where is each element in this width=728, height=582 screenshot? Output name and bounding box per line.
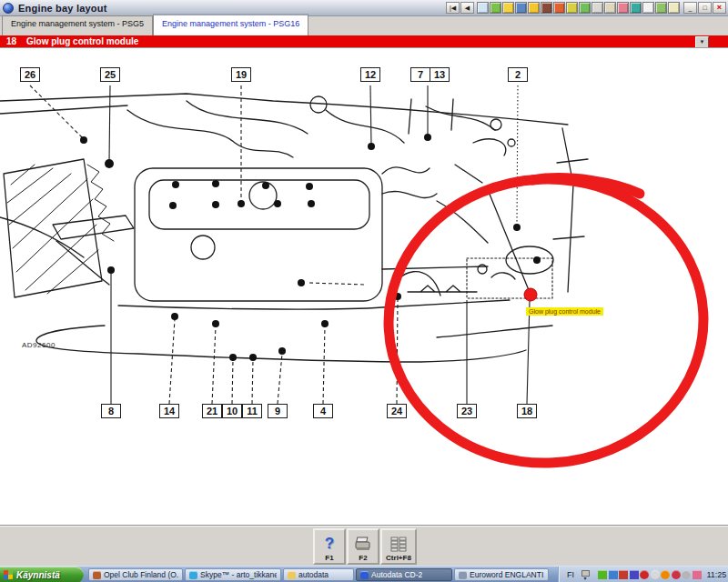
printer-icon — [354, 535, 372, 553]
network-tray-icon[interactable] — [619, 570, 628, 579]
taskbar-item[interactable]: autodata — [283, 568, 354, 581]
engine-bay-diagram: AD92600 Glow plug control module 2625191… — [0, 47, 728, 526]
print-button[interactable]: F2 — [347, 528, 379, 565]
note-tool-icon[interactable] — [668, 2, 680, 14]
index-button[interactable]: Ctrl+F8 — [380, 528, 417, 565]
callout-12: 12 — [360, 67, 380, 82]
print-tool-icon[interactable] — [579, 2, 591, 14]
engine-tool-icon[interactable] — [515, 2, 527, 14]
ie-icon — [93, 571, 101, 579]
callout-leader-lines — [30, 85, 530, 404]
titlebar-controls: |◀◀ _□× — [446, 2, 726, 14]
tools-tool-icon[interactable] — [553, 2, 565, 14]
question-icon: ? — [325, 535, 334, 553]
taskbar-item-label: Autodata CD-2 — [371, 570, 422, 579]
tray-icons — [598, 570, 702, 579]
target-tray-icon[interactable] — [640, 570, 649, 579]
window-title: Engine bay layout — [18, 3, 107, 14]
callout-9: 9 — [268, 404, 288, 418]
text-tool-icon[interactable] — [642, 2, 654, 14]
download-tray-icon[interactable] — [630, 570, 639, 579]
callout-4: 4 — [313, 404, 333, 418]
close-button[interactable]: × — [713, 2, 726, 14]
taskbar-item-label: autodata — [298, 570, 329, 579]
engine-diagram-svg — [0, 48, 728, 527]
doc1-tool-icon[interactable] — [592, 2, 603, 14]
callout-26: 26 — [20, 67, 40, 82]
callout-25: 25 — [100, 67, 120, 82]
start-button[interactable]: Käynnistä — [0, 567, 84, 582]
taskbar-item-label: Euroword ENGLANTI... — [470, 570, 544, 579]
folder-icon — [288, 571, 296, 579]
euroword-icon — [459, 571, 467, 579]
restore-button[interactable]: □ — [698, 2, 712, 14]
screen: { "window": { "title": "Engine bay layou… — [0, 0, 728, 582]
callout-18: 18 — [517, 404, 537, 418]
pink-tool-icon[interactable] — [617, 2, 629, 14]
callout-7: 7 — [410, 67, 430, 82]
nav-first-button[interactable]: |◀ — [446, 2, 460, 14]
skype-icon — [189, 571, 197, 579]
globe-tool-icon[interactable] — [490, 2, 501, 14]
callout-8: 8 — [101, 404, 121, 418]
status-tray-icon[interactable] — [651, 570, 660, 579]
pointer-tool-icon[interactable] — [502, 2, 514, 14]
antivirus-tray-icon[interactable] — [598, 570, 607, 579]
red-annotation-circle — [381, 171, 711, 471]
person-tray-icon[interactable] — [693, 570, 702, 579]
dot-tray-icon[interactable] — [661, 570, 670, 579]
glow-plug-location-dot — [524, 288, 537, 301]
doc2-tool-icon[interactable] — [604, 2, 616, 14]
windows-logo-icon — [4, 570, 13, 580]
car-tool-icon[interactable] — [655, 2, 667, 14]
component-banner: 18 Glow plug control module ▼ — [0, 35, 728, 47]
engine-line-art — [0, 94, 588, 362]
help-button[interactable]: ? F1 — [313, 528, 346, 565]
callout-10: 10 — [222, 404, 242, 418]
callout-2: 2 — [508, 67, 528, 82]
clock: 11:25 — [707, 570, 727, 579]
tab-bar: Engine management system - PSG5 Engine m… — [0, 16, 728, 35]
taskbar-item[interactable]: Autodata CD-2 — [356, 568, 452, 581]
taskbar-item-label: Skype™ - arto_tikkanen — [200, 570, 277, 579]
taskbar: Käynnistä Opel Club Finland (O...Skype™ … — [0, 566, 728, 582]
callout-24: 24 — [387, 404, 407, 418]
callout-13: 13 — [430, 67, 450, 82]
tab-engine-management-psg16[interactable]: Engine management system - PSG16 — [153, 14, 308, 35]
arrows-tool-icon[interactable] — [528, 2, 540, 14]
call-tray-icon[interactable] — [609, 570, 618, 579]
glow-plug-annotation-label: Glow plug control module — [526, 307, 603, 316]
minimize-button[interactable]: _ — [683, 2, 697, 14]
app-icon — [3, 3, 14, 14]
autodata-icon — [360, 571, 369, 579]
red-tray-icon[interactable] — [672, 570, 681, 579]
teal-tool-icon[interactable] — [630, 2, 642, 14]
caret-down-icon: ▾ — [583, 577, 586, 580]
tab-engine-management-psg5[interactable]: Engine management system - PSG5 — [2, 15, 153, 35]
taskbar-item[interactable]: Opel Club Finland (O... — [88, 568, 183, 581]
callout-11: 11 — [242, 404, 262, 418]
title-bar: Engine bay layout |◀◀ _□× — [0, 0, 728, 16]
system-tray: FI ▾ 11:25 — [558, 567, 728, 582]
banner-label: Glow plug control module — [26, 36, 138, 46]
callout-21: 21 — [202, 404, 222, 418]
grid-tool-icon[interactable] — [541, 2, 552, 14]
list-icon — [389, 535, 408, 553]
nav-prev-button[interactable]: ◀ — [460, 2, 474, 14]
function-key-toolbar: ? F1 F2 Ctrl+F8 — [0, 526, 728, 567]
taskbar-item[interactable]: Skype™ - arto_tikkanen — [185, 568, 281, 581]
bug-tool-icon[interactable] — [566, 2, 578, 14]
taskbar-items: Opel Club Finland (O...Skype™ - arto_tik… — [88, 568, 549, 581]
callout-23: 23 — [457, 404, 477, 418]
image-tool-icon[interactable] — [477, 2, 489, 14]
taskbar-item-label: Opel Club Finland (O... — [104, 570, 178, 579]
language-extra[interactable]: ▾ — [580, 570, 591, 580]
banner-number: 18 — [6, 36, 26, 46]
callout-19: 19 — [231, 67, 251, 82]
callout-14: 14 — [159, 404, 179, 418]
disabled-tray-icon[interactable] — [682, 570, 691, 579]
diagram-code: AD92600 — [22, 341, 56, 349]
language-indicator[interactable]: FI — [567, 570, 580, 579]
taskbar-item[interactable]: Euroword ENGLANTI... — [454, 568, 549, 581]
